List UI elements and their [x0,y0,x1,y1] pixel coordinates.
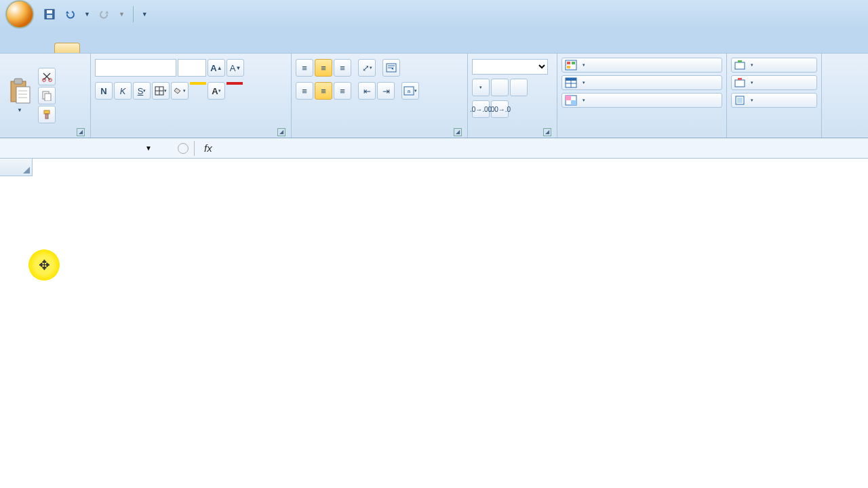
shrink-font-button[interactable]: A▼ [226,59,244,77]
redo-dropdown[interactable]: ▼ [119,11,125,18]
svg-rect-5 [16,87,30,103]
title-bar: ▼ ▼ ▼ [0,0,868,28]
delete-cells-button[interactable]: ▾ [731,75,817,90]
increase-decimal-button[interactable]: .0→.00 [472,100,490,118]
orientation-button[interactable]: ⤢▾ [358,59,376,77]
currency-button[interactable]: ▾ [472,79,490,96]
group-estilos: ▾ ▾ ▾ [557,54,727,138]
percent-button[interactable] [491,79,509,96]
numero-launcher[interactable]: ◢ [543,128,551,136]
grow-font-button[interactable]: A▲ [208,59,225,77]
undo-icon[interactable] [64,8,76,20]
svg-rect-13 [44,110,50,114]
name-box[interactable] [61,142,142,155]
group-portapapeles: ▼ ◢ [0,54,91,138]
thousands-button[interactable] [510,79,528,96]
ribbon: ▼ ◢ A▲ A▼ N K S▾ ▾ ▾ [0,53,868,138]
font-size-select[interactable] [178,59,206,77]
number-format-select[interactable] [472,59,548,75]
formula-input[interactable] [222,141,696,155]
ribbon-tabs [0,28,868,53]
svg-rect-4 [14,79,22,84]
format-as-table-button[interactable]: ▾ [561,75,722,90]
namebox-dropdown[interactable]: ▼ [145,144,152,152]
svg-rect-14 [45,114,48,119]
conditional-format-icon [565,60,577,70]
tab-acrobat[interactable] [235,42,260,53]
group-celdas: ▾ ▾ ▾ [727,54,822,138]
scissors-icon [41,71,52,82]
cut-button[interactable] [38,68,56,85]
align-bottom-button[interactable]: ≡ [334,59,351,77]
tab-vista[interactable] [209,42,235,53]
svg-rect-24 [567,62,570,64]
bold-button[interactable]: N [95,82,113,100]
brush-icon [41,109,52,120]
format-cells-button[interactable]: ▾ [731,93,817,108]
wrap-text-button[interactable] [382,59,400,77]
conditional-format-button[interactable]: ▾ [561,58,722,73]
copy-button[interactable] [38,87,56,104]
fuente-launcher[interactable]: ◢ [277,128,285,136]
svg-rect-2 [47,15,52,18]
group-alineacion: ≡ ≡ ≡ ⤢▾ ≡ ≡ ≡ ⇤ ⇥ a▾ ◢ [292,54,468,138]
font-name-select[interactable] [95,59,176,77]
align-top-button[interactable]: ≡ [296,59,313,77]
underline-button[interactable]: S▾ [133,82,151,100]
merge-center-button[interactable]: a▾ [401,82,419,100]
tab-formulas[interactable] [132,42,157,53]
svg-rect-25 [572,62,575,64]
quick-access-toolbar: ▼ ▼ ▼ [39,6,148,22]
svg-rect-34 [735,62,745,69]
italic-button[interactable]: K [114,82,132,100]
align-left-button[interactable]: ≡ [296,82,313,100]
worksheet[interactable]: ✥ [0,159,868,488]
undo-dropdown[interactable]: ▼ [84,11,90,18]
group-numero: ▾ .0→.00 .00→.0 ◢ [468,54,557,138]
qat-customize[interactable]: ▼ [142,11,148,18]
fx-icon[interactable]: fx [200,142,216,154]
group-fuente: A▲ A▼ N K S▾ ▾ ▾ A▾ ◢ [91,54,292,138]
select-all-corner[interactable] [0,159,33,176]
svg-rect-37 [738,78,742,80]
fill-color-button[interactable]: ▾ [171,82,189,100]
tab-inicio[interactable] [54,43,80,53]
table-icon [565,77,577,88]
align-center-button[interactable]: ≡ [315,82,332,100]
decrease-indent-button[interactable]: ⇤ [358,82,376,100]
insert-icon [734,60,745,70]
svg-rect-12 [45,94,51,101]
svg-rect-32 [566,96,571,100]
portapapeles-launcher[interactable]: ◢ [77,128,85,136]
redo-icon[interactable] [98,8,111,20]
font-color-button[interactable]: A▾ [208,82,225,100]
align-right-button[interactable]: ≡ [334,82,351,100]
office-button[interactable] [0,0,39,28]
svg-text:a: a [408,88,411,94]
alineacion-launcher[interactable]: ◢ [454,128,462,136]
clipboard-icon [8,77,31,104]
increase-indent-button[interactable]: ⇥ [377,82,395,100]
cancel-formula-icon[interactable] [178,143,189,154]
decrease-decimal-button[interactable]: .00→.0 [491,100,509,118]
svg-rect-36 [735,80,745,87]
tab-datos[interactable] [157,42,183,53]
svg-rect-28 [566,78,576,81]
delete-icon [734,77,745,88]
format-painter-button[interactable] [38,106,56,123]
save-icon[interactable] [43,8,56,20]
cell-styles-button[interactable]: ▾ [561,93,722,108]
align-middle-button[interactable]: ≡ [315,59,332,77]
svg-rect-33 [571,100,576,105]
paste-button[interactable]: ▼ [4,76,35,115]
tab-diseno-pagina[interactable] [106,42,132,53]
cursor-highlight: ✥ [28,249,60,281]
svg-rect-26 [567,66,570,68]
format-icon [734,95,745,106]
insert-cells-button[interactable]: ▾ [731,58,817,73]
svg-rect-39 [737,98,743,103]
tab-insertar[interactable] [80,42,106,53]
borders-button[interactable]: ▾ [152,82,170,100]
tab-revisar[interactable] [183,42,209,53]
formula-bar: ▼ fx [0,138,868,159]
